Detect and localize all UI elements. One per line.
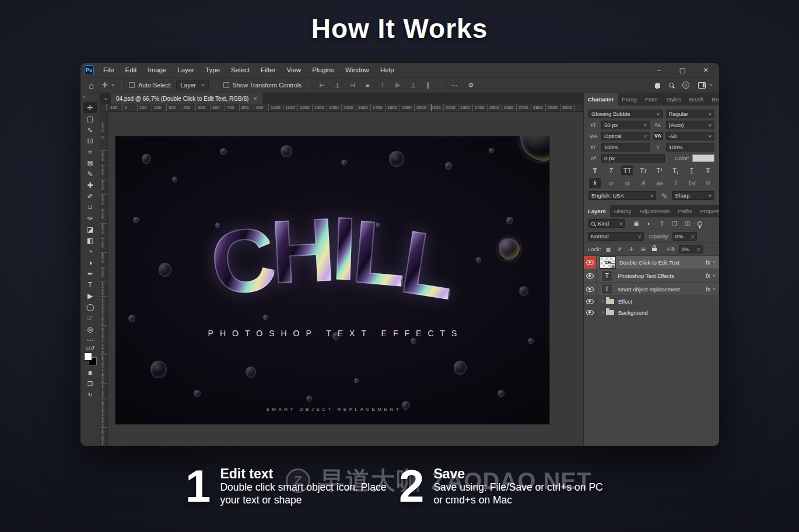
tab-overflow-icon[interactable]: » xyxy=(100,93,111,104)
color-swatches[interactable] xyxy=(84,353,97,365)
opentype-button[interactable]: fi xyxy=(589,178,601,188)
align-edges-icon[interactable]: ≡ xyxy=(362,82,373,89)
shape-tool[interactable]: ◯ xyxy=(83,301,97,312)
menu-filter[interactable]: Filter xyxy=(261,66,276,73)
clone-stamp-tool[interactable]: ⌑ xyxy=(83,202,97,213)
type-style-button[interactable]: T¹ xyxy=(654,165,665,175)
layer-row[interactable]: ›Background xyxy=(584,307,719,318)
layer-effects[interactable]: fx∨ xyxy=(706,259,719,266)
lock-transparency-icon[interactable]: ▦ xyxy=(604,246,612,252)
home-icon[interactable]: ⌂ xyxy=(89,80,94,90)
menu-image[interactable]: Image xyxy=(148,66,166,73)
character-tab-brush[interactable]: Brush xyxy=(708,93,719,105)
layer-visibility-toggle[interactable] xyxy=(584,283,597,295)
type-style-button[interactable]: TT xyxy=(621,165,633,175)
distribute-bottom-icon[interactable]: ⊥ xyxy=(407,82,419,89)
pen-tool[interactable]: ✒ xyxy=(83,268,97,279)
character-tab-parag[interactable]: Parag xyxy=(618,93,640,105)
opentype-button[interactable]: st xyxy=(621,178,633,188)
layer-row[interactable]: ›Effect xyxy=(584,296,719,307)
layer-visibility-toggle[interactable] xyxy=(584,296,597,306)
zoom-tool[interactable]: ◎ xyxy=(83,323,97,334)
menu-plugins[interactable]: Plugins xyxy=(312,66,334,73)
layers-tab-adjustments[interactable]: Adjustments xyxy=(635,205,674,217)
layers-tab-paths[interactable]: Paths xyxy=(674,205,696,217)
blend-mode-dropdown[interactable]: Normal∨ xyxy=(588,232,644,241)
brush-tool[interactable]: ✐ xyxy=(83,191,97,202)
type-style-button[interactable]: Tᴛ xyxy=(637,165,649,175)
type-style-button[interactable]: T xyxy=(702,165,714,175)
opentype-button[interactable]: ½ xyxy=(702,178,714,188)
dodge-tool[interactable]: ◑ xyxy=(83,257,97,268)
filter-pin-icon[interactable] xyxy=(698,221,702,226)
screen-mode-icon[interactable]: ❐ xyxy=(83,378,97,389)
horizontal-scale-field[interactable]: 100% xyxy=(666,143,715,152)
layer-row[interactable]: TPhotoshop Text Effectsfx∨ xyxy=(584,269,719,283)
lock-all-icon[interactable] xyxy=(652,248,657,251)
active-tool-indicator[interactable]: ✛ ∨ xyxy=(102,81,114,89)
character-tab-brush[interactable]: Brush xyxy=(685,93,708,105)
character-tab-patte[interactable]: Patte xyxy=(641,93,662,105)
align-top-icon[interactable]: ⊤ xyxy=(377,82,388,89)
help-icon[interactable]: ? xyxy=(682,82,689,89)
menu-view[interactable]: View xyxy=(287,66,302,73)
toolbar-collapse-icon[interactable]: » xyxy=(83,94,85,100)
distribute-vertical-icon[interactable]: ∥ xyxy=(422,82,434,89)
healing-brush-tool[interactable]: ✚ xyxy=(83,179,97,191)
filter-smart-object-icon[interactable]: ◫ xyxy=(683,220,692,227)
character-tab-styles[interactable]: Styles xyxy=(662,93,685,105)
layer-effects[interactable]: fx∨ xyxy=(706,286,719,293)
filter-shape-icon[interactable]: ❒ xyxy=(670,220,679,227)
opentype-button[interactable]: T xyxy=(670,178,682,188)
expand-group-icon[interactable]: › xyxy=(602,309,604,315)
menu-type[interactable]: Type xyxy=(205,66,220,73)
layers-tab-layers[interactable]: Layers xyxy=(584,205,610,217)
object-selection-tool[interactable]: ⊡ xyxy=(83,135,97,146)
filter-type-icon[interactable]: T xyxy=(657,220,667,227)
font-size-dropdown[interactable]: 50 px∨ xyxy=(601,121,650,129)
more-options-icon[interactable]: ⋯ xyxy=(448,82,460,89)
opacity-dropdown[interactable]: 0%∨ xyxy=(672,232,697,241)
canvas[interactable]: CHILL PHOTOSHOP TEXT EFFECTS SMART OBJEC… xyxy=(115,136,549,424)
menu-file[interactable]: File xyxy=(103,66,114,73)
leading-dropdown[interactable]: (Auto)∨ xyxy=(666,121,715,129)
lock-paint-icon[interactable]: ✐ xyxy=(616,246,624,252)
opentype-button[interactable]: A xyxy=(637,178,649,188)
vertical-scale-field[interactable]: 100% xyxy=(601,143,650,152)
foreground-color-swatch[interactable] xyxy=(84,353,92,361)
layers-tab-properties[interactable]: Properties xyxy=(696,205,719,217)
layer-filter-dropdown[interactable]: Kind∨ xyxy=(588,219,625,228)
filter-pixel-icon[interactable]: ▣ xyxy=(632,220,641,227)
layers-tab-history[interactable]: History xyxy=(610,205,636,217)
notifications-bell-icon[interactable] xyxy=(655,83,660,88)
filter-adjustment-icon[interactable]: ◐ xyxy=(644,220,654,227)
share-rotate-icon[interactable]: ↻ xyxy=(83,389,97,400)
type-tool[interactable]: T xyxy=(83,279,97,290)
auto-select-target-dropdown[interactable]: Layer ∨ xyxy=(176,80,208,90)
search-icon[interactable] xyxy=(669,83,674,87)
gradient-tool[interactable]: ◧ xyxy=(83,235,97,246)
kerning-dropdown[interactable]: Optical∨ xyxy=(601,132,650,140)
lock-artboard-icon[interactable]: ⊞ xyxy=(639,246,647,252)
default-colors-icon[interactable]: ◱↺ xyxy=(86,346,94,351)
blur-tool[interactable]: ◔ xyxy=(83,246,97,257)
layer-effects[interactable]: fx∨ xyxy=(706,273,719,279)
type-style-button[interactable]: T xyxy=(589,165,601,175)
fill-dropdown[interactable]: 0%∨ xyxy=(679,245,703,253)
text-color-swatch[interactable] xyxy=(692,154,714,162)
smart-object-thumbnail[interactable]: CH▣ xyxy=(600,257,615,268)
minimize-button[interactable]: – xyxy=(655,66,663,74)
crop-tool[interactable]: ⌗ xyxy=(83,146,97,157)
expand-group-icon[interactable]: › xyxy=(602,298,604,304)
type-style-button[interactable]: T xyxy=(686,165,698,175)
menu-select[interactable]: Select xyxy=(231,66,250,73)
hand-tool[interactable]: ☞ xyxy=(83,312,97,323)
character-tab-character[interactable]: Character xyxy=(584,93,618,105)
menu-window[interactable]: Window xyxy=(345,66,369,73)
layer-visibility-toggle[interactable] xyxy=(584,269,597,282)
maximize-button[interactable]: ▢ xyxy=(678,66,686,74)
antialias-dropdown[interactable]: Sharp∨ xyxy=(672,191,714,200)
font-family-dropdown[interactable]: Glowing Bubble∨ xyxy=(588,110,663,118)
distribute-horizontal-icon[interactable]: ⊩ xyxy=(392,82,404,89)
close-tab-icon[interactable]: ✕ xyxy=(253,96,257,101)
